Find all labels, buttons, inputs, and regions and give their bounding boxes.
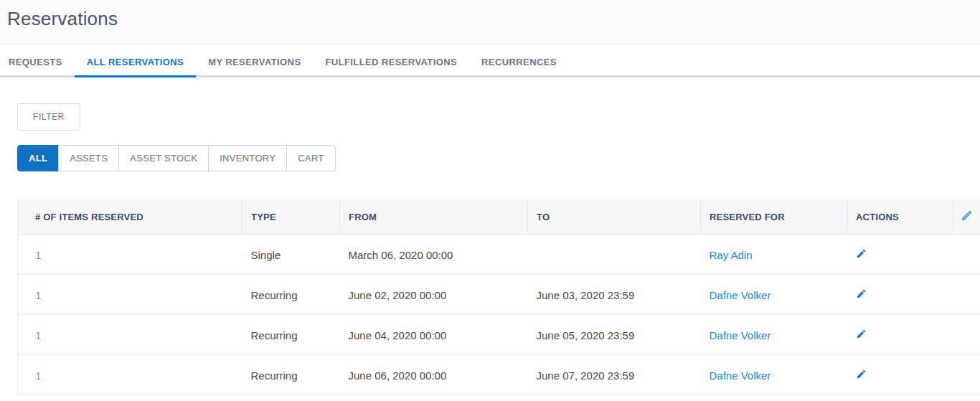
reservation-row: 1 Recurring June 04, 2020 00:00 June 05,… bbox=[18, 315, 980, 355]
to-cell: June 03, 2020 23:59 bbox=[528, 275, 701, 315]
edit-reservation-button[interactable] bbox=[856, 329, 867, 339]
reservation-row: 1 Recurring June 06, 2020 00:00 June 07,… bbox=[18, 355, 980, 395]
type-filter-asset-stock[interactable]: ASSET STOCK bbox=[118, 145, 209, 171]
page-title: Reservations bbox=[7, 8, 980, 30]
type-cell: Recurring bbox=[242, 275, 340, 315]
reserved-for-link[interactable]: Dafne Volker bbox=[710, 329, 771, 341]
items-reserved-link[interactable]: 1 bbox=[35, 329, 41, 341]
items-reserved-link[interactable]: 1 bbox=[35, 369, 41, 382]
from-cell: June 04, 2020 00:00 bbox=[340, 315, 528, 355]
tab-fulfilled-reservations[interactable]: FULFILLED RESERVATIONS bbox=[313, 44, 469, 77]
edit-reservation-button[interactable] bbox=[856, 369, 867, 379]
type-cell: Recurring bbox=[242, 355, 340, 395]
col-header-actions: ACTIONS bbox=[847, 199, 953, 235]
tab-my-reservations[interactable]: MY RESERVATIONS bbox=[196, 44, 313, 77]
edit-pencil-icon bbox=[856, 288, 867, 299]
reservations-table: # OF ITEMS RESERVED TYPE FROM TO RESERVE… bbox=[17, 199, 980, 395]
edit-columns-button[interactable] bbox=[961, 209, 973, 222]
tab-bar: REQUESTS ALL RESERVATIONS MY RESERVATION… bbox=[0, 44, 980, 77]
from-cell: March 06, 2020 00:00 bbox=[340, 235, 528, 275]
reservation-row: 1 Single March 06, 2020 00:00 Ray Adin bbox=[18, 235, 980, 275]
col-header-edit-columns bbox=[953, 199, 980, 235]
reserved-for-link[interactable]: Ray Adin bbox=[710, 249, 753, 261]
col-header-type: TYPE bbox=[242, 199, 340, 235]
filter-button[interactable]: FILTER bbox=[17, 103, 80, 131]
tab-requests[interactable]: REQUESTS bbox=[7, 44, 75, 77]
col-header-reserved-for: RESERVED FOR bbox=[701, 199, 847, 235]
edit-reservation-button[interactable] bbox=[856, 248, 867, 259]
edit-pencil-icon bbox=[856, 248, 867, 259]
edit-reservation-button[interactable] bbox=[856, 288, 867, 299]
page-header: Reservations bbox=[0, 0, 980, 44]
to-cell: June 05, 2020 23:59 bbox=[528, 315, 701, 355]
type-filter-group: ALL ASSETS ASSET STOCK INVENTORY CART bbox=[17, 145, 980, 171]
reservation-row: 1 Recurring June 02, 2020 00:00 June 03,… bbox=[18, 275, 980, 315]
col-header-from: FROM bbox=[340, 199, 528, 235]
edit-columns-pencil-icon bbox=[961, 209, 973, 222]
type-filter-inventory[interactable]: INVENTORY bbox=[208, 145, 287, 171]
type-cell: Recurring bbox=[242, 315, 340, 355]
from-cell: June 06, 2020 00:00 bbox=[340, 355, 528, 395]
items-reserved-link[interactable]: 1 bbox=[35, 289, 41, 301]
to-cell bbox=[528, 235, 701, 275]
type-cell: Single bbox=[242, 235, 340, 275]
col-header-items-reserved: # OF ITEMS RESERVED bbox=[18, 199, 242, 235]
to-cell: June 07, 2020 23:59 bbox=[528, 355, 701, 395]
reserved-for-link[interactable]: Dafne Volker bbox=[710, 289, 771, 301]
tab-all-reservations[interactable]: ALL RESERVATIONS bbox=[75, 44, 196, 77]
edit-pencil-icon bbox=[856, 329, 867, 339]
items-reserved-link[interactable]: 1 bbox=[35, 249, 41, 261]
tab-recurrences[interactable]: RECURRENCES bbox=[469, 44, 569, 77]
edit-pencil-icon bbox=[856, 369, 867, 379]
type-filter-assets[interactable]: ASSETS bbox=[58, 145, 119, 171]
col-header-to: TO bbox=[528, 199, 701, 235]
table-header-row: # OF ITEMS RESERVED TYPE FROM TO RESERVE… bbox=[18, 199, 980, 235]
reserved-for-link[interactable]: Dafne Volker bbox=[710, 369, 771, 382]
main-content: FILTER ALL ASSETS ASSET STOCK INVENTORY … bbox=[0, 77, 980, 395]
type-filter-cart[interactable]: CART bbox=[286, 145, 335, 171]
type-filter-all[interactable]: ALL bbox=[17, 145, 59, 171]
from-cell: June 02, 2020 00:00 bbox=[340, 275, 528, 315]
